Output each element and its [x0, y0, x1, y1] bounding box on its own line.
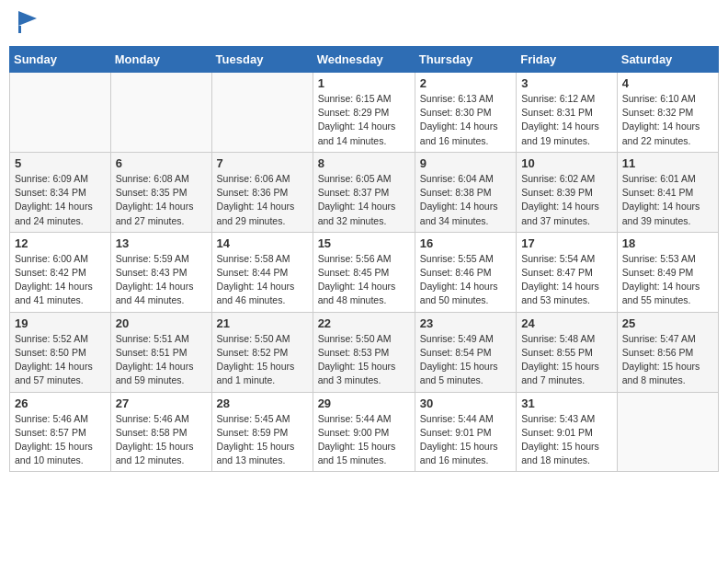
day-number: 4	[622, 76, 713, 90]
calendar-cell: 8Sunrise: 6:05 AMSunset: 8:37 PMDaylight…	[313, 152, 415, 232]
day-number: 6	[116, 156, 207, 170]
day-number: 2	[420, 76, 511, 90]
day-number: 28	[217, 396, 308, 410]
day-info: Sunrise: 5:55 AMSunset: 8:46 PMDaylight:…	[420, 252, 511, 308]
day-info: Sunrise: 6:04 AMSunset: 8:38 PMDaylight:…	[420, 172, 511, 228]
day-number: 20	[116, 316, 207, 330]
day-number: 16	[420, 236, 511, 250]
calendar-cell: 10Sunrise: 6:02 AMSunset: 8:39 PMDayligh…	[517, 152, 618, 232]
calendar-week-row: 19Sunrise: 5:52 AMSunset: 8:50 PMDayligh…	[10, 312, 719, 392]
day-info: Sunrise: 5:52 AMSunset: 8:50 PMDaylight:…	[15, 332, 106, 388]
day-info: Sunrise: 6:15 AMSunset: 8:29 PMDaylight:…	[318, 92, 410, 148]
calendar-cell: 11Sunrise: 6:01 AMSunset: 8:41 PMDayligh…	[617, 152, 718, 232]
day-of-week-header: Friday	[517, 47, 618, 73]
calendar-cell: 30Sunrise: 5:44 AMSunset: 9:01 PMDayligh…	[415, 392, 516, 472]
calendar-cell: 23Sunrise: 5:49 AMSunset: 8:54 PMDayligh…	[415, 312, 516, 392]
day-info: Sunrise: 5:56 AMSunset: 8:45 PMDaylight:…	[318, 252, 410, 308]
calendar-cell: 19Sunrise: 5:52 AMSunset: 8:50 PMDayligh…	[10, 312, 111, 392]
day-info: Sunrise: 5:44 AMSunset: 9:00 PMDaylight:…	[318, 412, 410, 468]
calendar-cell: 16Sunrise: 5:55 AMSunset: 8:46 PMDayligh…	[415, 232, 516, 312]
day-info: Sunrise: 6:13 AMSunset: 8:30 PMDaylight:…	[420, 92, 511, 148]
calendar-cell: 31Sunrise: 5:43 AMSunset: 9:01 PMDayligh…	[517, 392, 618, 472]
day-info: Sunrise: 6:01 AMSunset: 8:41 PMDaylight:…	[622, 172, 713, 228]
day-number: 19	[15, 316, 106, 330]
calendar-cell: 12Sunrise: 6:00 AMSunset: 8:42 PMDayligh…	[10, 232, 111, 312]
day-info: Sunrise: 5:51 AMSunset: 8:51 PMDaylight:…	[116, 332, 207, 388]
day-info: Sunrise: 5:46 AMSunset: 8:58 PMDaylight:…	[116, 412, 207, 468]
calendar-week-row: 26Sunrise: 5:46 AMSunset: 8:57 PMDayligh…	[10, 392, 719, 472]
page-header	[9, 9, 719, 39]
calendar-cell	[10, 73, 111, 153]
day-of-week-header: Tuesday	[211, 47, 313, 73]
day-number: 31	[521, 396, 612, 410]
day-number: 23	[420, 316, 511, 330]
svg-marker-0	[18, 11, 37, 26]
calendar-cell: 7Sunrise: 6:06 AMSunset: 8:36 PMDaylight…	[211, 152, 313, 232]
day-number: 5	[15, 156, 106, 170]
calendar-cell: 24Sunrise: 5:48 AMSunset: 8:55 PMDayligh…	[517, 312, 618, 392]
day-info: Sunrise: 5:54 AMSunset: 8:47 PMDaylight:…	[521, 252, 612, 308]
day-info: Sunrise: 5:43 AMSunset: 9:01 PMDaylight:…	[521, 412, 612, 468]
day-info: Sunrise: 5:46 AMSunset: 8:57 PMDaylight:…	[15, 412, 106, 468]
day-info: Sunrise: 6:06 AMSunset: 8:36 PMDaylight:…	[217, 172, 308, 228]
day-info: Sunrise: 5:48 AMSunset: 8:55 PMDaylight:…	[521, 332, 612, 388]
calendar-cell: 26Sunrise: 5:46 AMSunset: 8:57 PMDayligh…	[10, 392, 111, 472]
day-info: Sunrise: 6:09 AMSunset: 8:34 PMDaylight:…	[15, 172, 106, 228]
calendar-cell: 29Sunrise: 5:44 AMSunset: 9:00 PMDayligh…	[313, 392, 415, 472]
calendar-cell	[211, 73, 313, 153]
calendar-cell: 4Sunrise: 6:10 AMSunset: 8:32 PMDaylight…	[617, 73, 718, 153]
day-number: 21	[217, 316, 308, 330]
day-number: 9	[420, 156, 511, 170]
day-number: 3	[521, 76, 612, 90]
day-info: Sunrise: 5:50 AMSunset: 8:52 PMDaylight:…	[217, 332, 308, 388]
day-number: 26	[15, 396, 106, 410]
calendar-cell: 2Sunrise: 6:13 AMSunset: 8:30 PMDaylight…	[415, 73, 516, 153]
day-of-week-header: Wednesday	[313, 47, 415, 73]
day-info: Sunrise: 5:58 AMSunset: 8:44 PMDaylight:…	[217, 252, 308, 308]
day-info: Sunrise: 5:50 AMSunset: 8:53 PMDaylight:…	[318, 332, 410, 388]
day-number: 22	[318, 316, 410, 330]
calendar-cell	[617, 392, 718, 472]
logo-flag-icon	[18, 11, 37, 33]
calendar-cell: 5Sunrise: 6:09 AMSunset: 8:34 PMDaylight…	[10, 152, 111, 232]
logo	[17, 13, 37, 35]
calendar-cell: 21Sunrise: 5:50 AMSunset: 8:52 PMDayligh…	[211, 312, 313, 392]
day-info: Sunrise: 6:10 AMSunset: 8:32 PMDaylight:…	[622, 92, 713, 148]
calendar-cell: 27Sunrise: 5:46 AMSunset: 8:58 PMDayligh…	[110, 392, 211, 472]
day-info: Sunrise: 6:05 AMSunset: 8:37 PMDaylight:…	[318, 172, 410, 228]
day-info: Sunrise: 6:12 AMSunset: 8:31 PMDaylight:…	[521, 92, 612, 148]
day-number: 14	[217, 236, 308, 250]
day-number: 11	[622, 156, 713, 170]
day-number: 8	[318, 156, 410, 170]
calendar-cell: 18Sunrise: 5:53 AMSunset: 8:49 PMDayligh…	[617, 232, 718, 312]
day-number: 17	[521, 236, 612, 250]
svg-rect-1	[18, 26, 21, 33]
calendar-cell: 25Sunrise: 5:47 AMSunset: 8:56 PMDayligh…	[617, 312, 718, 392]
day-number: 10	[521, 156, 612, 170]
calendar-cell: 28Sunrise: 5:45 AMSunset: 8:59 PMDayligh…	[211, 392, 313, 472]
day-info: Sunrise: 5:47 AMSunset: 8:56 PMDaylight:…	[622, 332, 713, 388]
day-number: 29	[318, 396, 410, 410]
calendar-cell: 13Sunrise: 5:59 AMSunset: 8:43 PMDayligh…	[110, 232, 211, 312]
calendar-week-row: 5Sunrise: 6:09 AMSunset: 8:34 PMDaylight…	[10, 152, 719, 232]
calendar-cell: 15Sunrise: 5:56 AMSunset: 8:45 PMDayligh…	[313, 232, 415, 312]
calendar-cell: 17Sunrise: 5:54 AMSunset: 8:47 PMDayligh…	[517, 232, 618, 312]
calendar-cell	[110, 73, 211, 153]
day-number: 30	[420, 396, 511, 410]
day-info: Sunrise: 6:08 AMSunset: 8:35 PMDaylight:…	[116, 172, 207, 228]
calendar-table: SundayMondayTuesdayWednesdayThursdayFrid…	[9, 46, 719, 472]
calendar-cell: 20Sunrise: 5:51 AMSunset: 8:51 PMDayligh…	[110, 312, 211, 392]
day-number: 12	[15, 236, 106, 250]
calendar-cell: 9Sunrise: 6:04 AMSunset: 8:38 PMDaylight…	[415, 152, 516, 232]
calendar-week-row: 12Sunrise: 6:00 AMSunset: 8:42 PMDayligh…	[10, 232, 719, 312]
day-info: Sunrise: 6:02 AMSunset: 8:39 PMDaylight:…	[521, 172, 612, 228]
day-info: Sunrise: 5:59 AMSunset: 8:43 PMDaylight:…	[116, 252, 207, 308]
day-info: Sunrise: 6:00 AMSunset: 8:42 PMDaylight:…	[15, 252, 106, 308]
day-info: Sunrise: 5:45 AMSunset: 8:59 PMDaylight:…	[217, 412, 308, 468]
day-number: 24	[521, 316, 612, 330]
day-number: 27	[116, 396, 207, 410]
day-of-week-header: Monday	[110, 47, 211, 73]
day-number: 1	[318, 76, 410, 90]
calendar-cell: 22Sunrise: 5:50 AMSunset: 8:53 PMDayligh…	[313, 312, 415, 392]
day-number: 15	[318, 236, 410, 250]
